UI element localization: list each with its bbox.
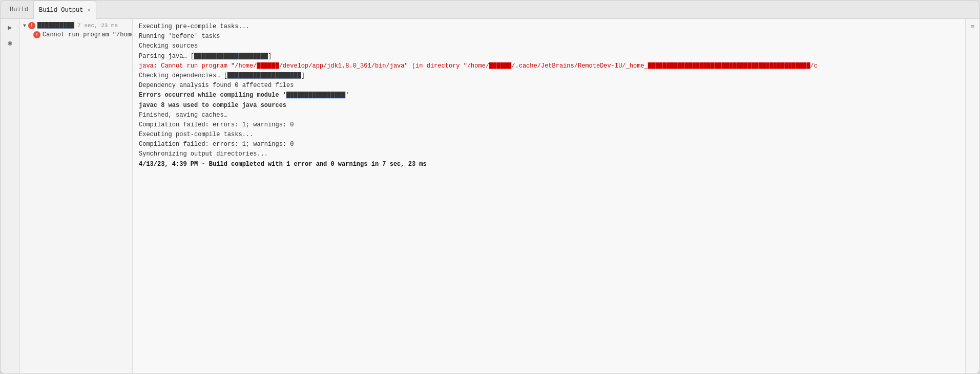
left-sidebar: ▶ ◉ xyxy=(1,19,20,373)
tab-close-icon[interactable]: ✕ xyxy=(87,7,91,13)
output-line-7: Dependency analysis found 0 affected fil… xyxy=(139,81,959,91)
output-line-14: Synchronizing output directories... xyxy=(139,149,959,159)
error-child-icon: ! xyxy=(33,31,40,38)
output-line-9: javac 8 was used to compile java sources xyxy=(139,101,959,111)
output-line-3: Checking sources xyxy=(139,41,959,51)
output-line-11: Compilation failed: errors: 1; warnings:… xyxy=(139,120,959,130)
tab-build-label: Build xyxy=(10,6,28,13)
error-badge-icon: ! xyxy=(28,22,35,29)
output-line-15: 4/13/23, 4:39 PM - Build completed with … xyxy=(139,160,959,169)
tab-build-output-label: Build Output xyxy=(39,7,83,14)
tree-root-time: 7 sec, 23 ms xyxy=(77,23,118,29)
right-actions: ≡ xyxy=(965,19,979,373)
main-window: Build Build Output ✕ ▶ ◉ ▼ ! ██████████ … xyxy=(0,0,980,374)
tree-child-item[interactable]: ! Cannot run program "/home xyxy=(20,30,132,39)
output-line-13: Compilation failed: errors: 1; warnings:… xyxy=(139,140,959,149)
output-line-8: Errors occurred while compiling module '… xyxy=(139,91,959,100)
output-panel[interactable]: Executing pre-compile tasks... Running '… xyxy=(133,19,965,373)
output-line-4: Parsing java… [████████████████████] xyxy=(139,52,959,61)
tree-panel: ▼ ! ██████████ 7 sec, 23 ms ! Cannot run… xyxy=(20,19,133,373)
main-content: ▶ ◉ ▼ ! ██████████ 7 sec, 23 ms ! Cannot… xyxy=(1,19,979,373)
output-line-12: Executing post-compile tasks... xyxy=(139,130,959,140)
output-line-5: java: Cannot run program "/home/██████/d… xyxy=(139,61,959,71)
tree-child-text: Cannot run program "/home xyxy=(43,31,133,38)
title-bar: Build Build Output ✕ xyxy=(1,1,979,19)
tab-build[interactable]: Build xyxy=(5,1,33,19)
eye-icon[interactable]: ◉ xyxy=(5,37,16,49)
output-line-10: Finished, saving caches… xyxy=(139,111,959,120)
expand-icon[interactable]: ▶ xyxy=(5,22,16,33)
tab-build-output[interactable]: Build Output ✕ xyxy=(33,1,96,19)
output-line-1: Executing pre-compile tasks... xyxy=(139,22,959,32)
output-line-6: Checking dependencies… [████████████████… xyxy=(139,71,959,81)
output-line-2: Running 'before' tasks xyxy=(139,32,959,41)
tree-root-item[interactable]: ▼ ! ██████████ 7 sec, 23 ms xyxy=(20,21,132,30)
tree-root-text: ██████████ xyxy=(37,22,74,29)
chevron-down-icon: ▼ xyxy=(23,23,26,29)
scroll-settings-icon[interactable]: ≡ xyxy=(968,22,978,32)
